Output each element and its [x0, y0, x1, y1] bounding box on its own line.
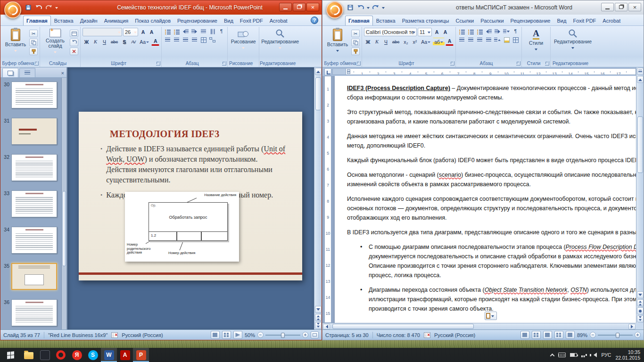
normal-view-button[interactable]: [211, 331, 220, 339]
keyboard-icon[interactable]: [558, 353, 566, 357]
slide-thumbnail[interactable]: 35: [1, 263, 61, 290]
ribbon-tab[interactable]: Рецензирование: [507, 16, 554, 25]
ms-powerpoint[interactable]: P: [133, 348, 149, 362]
reset-button[interactable]: [70, 39, 78, 46]
office-button[interactable]: [4, 1, 21, 18]
ribbon-tab[interactable]: Дизайн: [77, 16, 101, 25]
document-text[interactable]: IDEF3 (Process Description Capture) – До…: [347, 83, 636, 319]
thumbnail-preview[interactable]: [11, 190, 57, 217]
format-painter-button[interactable]: [29, 48, 38, 55]
restore-button[interactable]: [293, 3, 305, 11]
editing-button[interactable]: Редактирование: [261, 28, 299, 50]
slide-thumbnail[interactable]: 31: [1, 118, 61, 145]
ribbon-tab[interactable]: Foxit PDF: [570, 16, 599, 25]
dialog-launcher-icon[interactable]: [545, 61, 549, 66]
fit-to-window-button[interactable]: [311, 331, 319, 338]
word-horizontal-scrollbar[interactable]: [322, 323, 636, 329]
slide-thumbnail[interactable]: 34: [1, 227, 61, 254]
qat-menu-caret[interactable]: [382, 7, 385, 10]
draft-view-button[interactable]: [566, 331, 575, 339]
ribbon-tab[interactable]: Показ слайдов: [132, 16, 174, 25]
bullets-icon[interactable]: [164, 28, 172, 35]
dialog-launcher-icon[interactable]: [450, 61, 454, 66]
dialog-launcher-icon[interactable]: [156, 61, 160, 66]
next-slide-button[interactable]: [315, 322, 322, 329]
ribbon-tab[interactable]: Главная: [23, 16, 51, 25]
styles-button[interactable]: А Стили: [524, 28, 548, 52]
start-button[interactable]: [0, 348, 21, 362]
horizontal-ruler[interactable]: 1234567891011121314151617: [322, 67, 636, 76]
scroll-thumb[interactable]: [315, 77, 321, 110]
clock[interactable]: 10:35 22.01.2015: [615, 349, 640, 361]
battery-icon[interactable]: [570, 353, 577, 357]
show-hidden-icons-icon[interactable]: [550, 353, 555, 358]
paste-options-button[interactable]: [485, 312, 497, 320]
font-button[interactable]: К: [373, 38, 381, 46]
zoom-level[interactable]: 89%: [577, 332, 587, 338]
diagram-image[interactable]: Ор. Обработать запрос 1.2 Название дейст…: [125, 192, 239, 262]
ruler-toggle-button[interactable]: [637, 68, 644, 75]
previous-slide-button[interactable]: [315, 314, 322, 321]
drawing-button[interactable]: Рисование: [230, 28, 257, 50]
zoom-slider[interactable]: [265, 335, 300, 336]
language-indicator[interactable]: Русский (Россия): [122, 332, 163, 338]
decrease-indent-icon[interactable]: [485, 28, 493, 35]
align-center-icon[interactable]: [467, 36, 475, 43]
align-right-icon[interactable]: [476, 36, 484, 43]
new-slide-button[interactable]: Создать слайд: [42, 28, 68, 55]
increase-indent-icon[interactable]: [494, 28, 502, 35]
slide-editing-area[interactable]: МЕТОДОЛОГИЯ IDEF3 •Действие в IDEF3 назы…: [67, 67, 314, 329]
browse-object-button[interactable]: [637, 307, 644, 314]
pane-scrollbar[interactable]: [61, 78, 66, 329]
maximize-button[interactable]: [615, 3, 627, 11]
undo-button[interactable]: [34, 4, 43, 11]
next-page-button[interactable]: [637, 315, 644, 322]
undo-caret[interactable]: [367, 7, 370, 10]
ribbon-tab[interactable]: Разметка страницы: [399, 16, 453, 25]
fullscreen-reading-button[interactable]: [532, 331, 541, 339]
dialog-launcher-icon[interactable]: [34, 61, 39, 66]
ribbon-tab[interactable]: Foxit PDF: [237, 16, 266, 25]
align-left-icon[interactable]: [458, 36, 466, 43]
thumbnail-preview[interactable]: [11, 299, 57, 326]
align-center-icon[interactable]: [173, 36, 181, 43]
font-button[interactable]: S: [120, 38, 128, 46]
thumbnail-preview[interactable]: [11, 227, 57, 254]
font-button[interactable]: Ч: [100, 38, 108, 46]
ppt-titlebar[interactable]: Семейство технологий IDEF общ - Microsof…: [0, 0, 322, 15]
font-button[interactable]: Aa: [420, 38, 432, 46]
opera[interactable]: [53, 348, 69, 362]
font-name-combo[interactable]: Calibri (Основной те: [364, 28, 417, 36]
borders-icon[interactable]: [512, 36, 520, 43]
increase-indent-icon[interactable]: [190, 28, 198, 35]
scroll-up-icon[interactable]: [315, 68, 322, 75]
multilevel-list-icon[interactable]: [476, 28, 484, 35]
format-painter-button[interactable]: [351, 48, 360, 55]
tab-selector[interactable]: [324, 68, 331, 75]
font-size-button[interactable]: А: [433, 28, 441, 36]
spellcheck-icon[interactable]: [424, 332, 430, 338]
dialog-launcher-icon[interactable]: [356, 61, 361, 66]
word-count[interactable]: Число слов: 8 470: [377, 332, 420, 338]
font-button[interactable]: AV: [129, 38, 137, 46]
tab-outline[interactable]: [19, 68, 35, 77]
thumbnail-preview[interactable]: [11, 118, 57, 145]
dialog-launcher-icon[interactable]: [516, 61, 520, 66]
scroll-thumb[interactable]: [332, 324, 474, 329]
ms-word[interactable]: W: [101, 348, 117, 362]
zoom-out-button[interactable]: −: [590, 332, 596, 338]
columns-icon[interactable]: [199, 36, 207, 43]
ruler-text-area[interactable]: 1234567891011121314151617: [346, 68, 636, 75]
decrease-indent-icon[interactable]: [182, 28, 190, 35]
ribbon-tab[interactable]: Рассылки: [477, 16, 507, 25]
yandex-browser[interactable]: Я: [69, 348, 85, 362]
dialog-launcher-icon[interactable]: [222, 61, 226, 66]
save-button[interactable]: [346, 4, 355, 11]
ppt-vertical-scrollbar[interactable]: [314, 67, 322, 329]
network-icon[interactable]: [581, 353, 587, 357]
close-button[interactable]: ×: [628, 3, 641, 11]
font-button[interactable]: Ч: [382, 38, 390, 46]
ribbon-tab[interactable]: Рецензирование: [174, 16, 221, 25]
page-counter[interactable]: Страница: 5 из 30: [325, 332, 369, 338]
font-size-combo[interactable]: 11: [418, 28, 432, 36]
